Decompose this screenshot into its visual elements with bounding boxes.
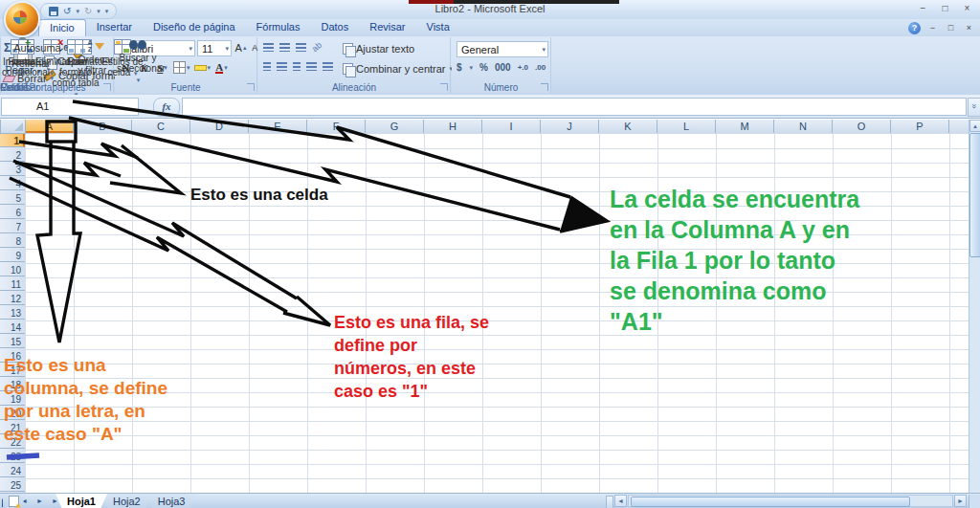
- column-header-F[interactable]: F: [307, 120, 366, 133]
- row-header-3[interactable]: 3: [0, 163, 25, 176]
- sheet-tab-hoja2[interactable]: Hoja2: [101, 494, 152, 508]
- ribbon-tab-vista[interactable]: Vista: [416, 19, 460, 36]
- office-button[interactable]: [4, 1, 40, 37]
- workbook-close-button[interactable]: ×: [962, 22, 976, 33]
- redo-dropdown-icon[interactable]: ▾: [97, 8, 100, 15]
- orientation-icon[interactable]: ab: [310, 40, 323, 54]
- currency-dropdown-icon[interactable]: ▾: [470, 64, 474, 72]
- align-top-icon[interactable]: [263, 43, 274, 52]
- row-header-9[interactable]: 9: [0, 249, 25, 262]
- scroll-right-icon[interactable]: ►: [954, 495, 967, 507]
- column-header-O[interactable]: O: [833, 120, 891, 133]
- align-left-icon[interactable]: [263, 62, 271, 71]
- dialog-launcher-icon[interactable]: [103, 83, 111, 91]
- grid-cells[interactable]: [26, 134, 969, 493]
- row-header-8[interactable]: 8: [0, 234, 25, 248]
- horizontal-scroll-thumb[interactable]: [631, 497, 910, 507]
- row-header-16[interactable]: 16: [0, 349, 25, 363]
- undo-icon[interactable]: ↺: [63, 7, 71, 16]
- row-header-20[interactable]: 20: [0, 407, 25, 420]
- row-header-11[interactable]: 11: [0, 277, 25, 291]
- row-header-18[interactable]: 18: [0, 378, 25, 391]
- align-bottom-icon[interactable]: [296, 43, 306, 52]
- column-header-N[interactable]: N: [774, 120, 833, 133]
- restore-button[interactable]: □: [937, 2, 953, 15]
- ribbon-tab-insertar[interactable]: Insertar: [86, 19, 143, 36]
- row-header-25[interactable]: 25: [0, 478, 25, 492]
- column-header-P[interactable]: P: [891, 120, 949, 133]
- column-header-J[interactable]: J: [541, 120, 599, 133]
- column-header-H[interactable]: H: [424, 120, 482, 133]
- row-header-22[interactable]: 22: [0, 435, 25, 449]
- row-header-12[interactable]: 12: [0, 292, 25, 305]
- row-header-6[interactable]: 6: [0, 206, 25, 219]
- fill-color-button[interactable]: ▾: [194, 60, 212, 75]
- column-header-Q[interactable]: Q: [949, 120, 969, 133]
- help-icon[interactable]: ?: [908, 22, 921, 34]
- align-right-icon[interactable]: [293, 62, 301, 71]
- ribbon-tab-fórmulas[interactable]: Fórmulas: [246, 19, 311, 36]
- decrease-decimal-button[interactable]: .00: [535, 63, 546, 72]
- row-header-2[interactable]: 2: [0, 148, 25, 162]
- comma-style-button[interactable]: 000: [495, 62, 511, 73]
- row-header-10[interactable]: 10: [0, 263, 25, 276]
- column-header-A[interactable]: A: [26, 120, 74, 133]
- row-header-5[interactable]: 5: [0, 191, 25, 205]
- column-header-C[interactable]: C: [132, 120, 190, 133]
- redo-icon[interactable]: ↻: [84, 7, 92, 16]
- row-header-23[interactable]: 23: [0, 450, 25, 463]
- column-header-I[interactable]: I: [482, 120, 541, 133]
- insert-function-button[interactable]: fx: [153, 98, 180, 117]
- expand-formula-bar-icon[interactable]: »: [968, 98, 980, 117]
- borders-button[interactable]: ▾: [173, 60, 190, 75]
- customize-qat-icon[interactable]: ▾: [105, 8, 109, 15]
- select-all-corner[interactable]: [0, 120, 26, 134]
- autosum-button[interactable]: ΣAutosuma▾: [4, 41, 68, 55]
- merge-center-button[interactable]: Combinar y centrar ▾: [343, 62, 453, 76]
- align-center-icon[interactable]: [277, 62, 287, 71]
- ribbon-tab-revisar[interactable]: Revisar: [359, 19, 415, 36]
- column-header-M[interactable]: M: [716, 120, 774, 133]
- align-middle-icon[interactable]: [279, 43, 290, 52]
- currency-button[interactable]: $: [457, 62, 462, 73]
- sort-filter-button[interactable]: AZ Ordenar y filtrar ▾: [75, 39, 117, 77]
- vertical-scrollbar[interactable]: ▴: [969, 120, 980, 493]
- row-header-1[interactable]: 1: [0, 134, 25, 147]
- sheet-tab-hoja3[interactable]: Hoja3: [146, 494, 197, 508]
- close-button[interactable]: ×: [959, 2, 975, 15]
- column-header-D[interactable]: D: [190, 120, 249, 133]
- ribbon-tab-datos[interactable]: Datos: [310, 19, 359, 36]
- column-header-G[interactable]: G: [366, 120, 424, 133]
- row-header-17[interactable]: 17: [0, 364, 25, 377]
- vertical-scroll-thumb[interactable]: [969, 133, 980, 257]
- grow-font-button[interactable]: A▴: [234, 40, 248, 55]
- dialog-launcher-icon[interactable]: [541, 83, 548, 91]
- column-header-E[interactable]: E: [249, 120, 307, 133]
- workbook-restore-button[interactable]: □: [944, 22, 958, 33]
- font-size-select[interactable]: 11▾: [197, 40, 232, 56]
- fill-button[interactable]: ↓Rellenar▾: [4, 56, 68, 70]
- number-format-select[interactable]: General ▾: [457, 41, 548, 57]
- save-icon[interactable]: [49, 7, 58, 16]
- decrease-indent-icon[interactable]: [306, 62, 317, 71]
- row-header-4[interactable]: 4: [0, 177, 25, 190]
- scroll-up-icon[interactable]: ▴: [969, 120, 980, 132]
- row-header-24[interactable]: 24: [0, 464, 25, 477]
- column-header-L[interactable]: L: [657, 120, 716, 133]
- scroll-left-icon[interactable]: ◄: [614, 495, 627, 507]
- name-box-dropdown-icon[interactable]: ▾: [104, 98, 117, 116]
- increase-decimal-button[interactable]: +.0: [518, 63, 528, 72]
- column-header-B[interactable]: B: [74, 120, 132, 133]
- wrap-text-button[interactable]: Ajustar texto: [343, 42, 414, 55]
- row-header-21[interactable]: 21: [0, 421, 25, 434]
- horizontal-scrollbar[interactable]: [628, 495, 953, 507]
- minimize-button[interactable]: −: [915, 2, 931, 15]
- row-header-14[interactable]: 14: [0, 320, 25, 334]
- formula-input[interactable]: [182, 98, 967, 116]
- undo-dropdown-icon[interactable]: ▾: [76, 8, 79, 15]
- dialog-launcher-icon[interactable]: [440, 83, 448, 91]
- sheet-tab-hoja1[interactable]: Hoja1: [56, 494, 107, 508]
- name-box[interactable]: A1: [1, 98, 139, 116]
- font-color-button[interactable]: A▾: [214, 60, 229, 75]
- dialog-launcher-icon[interactable]: [247, 83, 255, 91]
